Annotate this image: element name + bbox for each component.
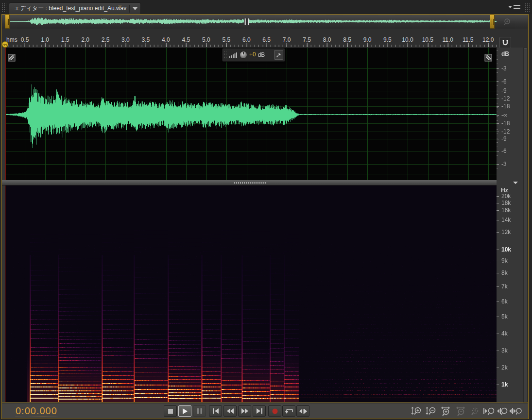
ruler-time-label: 9.0 xyxy=(360,36,375,43)
record-icon xyxy=(272,408,278,414)
overview-waveform-canvas[interactable] xyxy=(5,15,497,28)
skip-to-start-button[interactable] xyxy=(209,405,222,417)
spectral-canvas[interactable] xyxy=(5,185,497,402)
ruler-time-label: 12.0 xyxy=(481,36,496,43)
ruler-time-label: 5.0 xyxy=(198,36,214,43)
ruler-time-label: 1.0 xyxy=(37,36,53,43)
channel-selector-right-icon[interactable] xyxy=(484,54,492,62)
hud-drag-grip[interactable] xyxy=(224,51,227,59)
tab-separator xyxy=(129,5,130,13)
ruler-time-label: 4.5 xyxy=(178,36,194,43)
pin-icon xyxy=(276,52,281,58)
ruler-time-label: 2.0 xyxy=(78,36,93,43)
pause-button[interactable] xyxy=(193,405,206,417)
hz-unit-label: Hz xyxy=(501,187,508,194)
scale-tick-label: -6 xyxy=(501,79,507,84)
gain-unit: dB xyxy=(258,51,265,58)
scale-tick-label: -3 xyxy=(501,66,507,71)
audition-editor-panel: エディター : bleed_test_piano edit_Au.wav × h… xyxy=(0,0,532,420)
stop-icon xyxy=(168,409,173,414)
panel-drag-grip[interactable] xyxy=(1,3,6,12)
vertical-scrollbar-thumb[interactable] xyxy=(524,48,527,402)
ruler-time-label: 7.5 xyxy=(299,36,315,43)
zoom-in-time-button[interactable] xyxy=(440,406,452,417)
scale-tick-label: 18k xyxy=(501,200,511,206)
scale-tick-label: -3 xyxy=(501,161,507,167)
play-icon xyxy=(182,408,188,414)
scale-tick-label: -18 xyxy=(501,120,510,126)
ruler-time-label: 11.5 xyxy=(460,36,476,43)
scale-tick-label: 14k xyxy=(501,217,511,223)
loop-icon xyxy=(285,408,293,414)
zoom-out-amplitude-button[interactable] xyxy=(425,406,438,417)
fast-forward-button[interactable] xyxy=(238,405,251,417)
range-handle-right[interactable] xyxy=(490,15,495,29)
scale-tick-label: -18 xyxy=(501,103,510,109)
zoom-reset-icon xyxy=(470,406,481,416)
zoom-out-horizontal-icon xyxy=(455,406,467,416)
scale-tick-label: 8k xyxy=(501,270,508,276)
ruler-major-ticks xyxy=(2,43,498,47)
skip-selection-button[interactable] xyxy=(296,405,309,417)
rewind-button[interactable] xyxy=(223,405,237,417)
panel-corner-grip[interactable] xyxy=(525,3,530,12)
skip-end-icon xyxy=(257,408,262,414)
scale-tick-label: -6 xyxy=(501,148,507,154)
zoom-out-time-button[interactable] xyxy=(455,406,467,417)
hud-gain-control[interactable]: +0 dB xyxy=(222,48,285,62)
playhead-handle[interactable] xyxy=(2,41,8,48)
scale-tick-label: -12 xyxy=(501,129,510,134)
gain-value[interactable]: +0 xyxy=(249,51,256,58)
editor-tab-label: エディター : bleed_test_piano edit_Au.wav xyxy=(14,4,126,13)
pause-icon xyxy=(197,408,202,414)
hud-pin-button[interactable] xyxy=(274,50,283,60)
ruler-time-label: 6.5 xyxy=(259,36,275,43)
ruler-time-label: 7.0 xyxy=(279,36,294,43)
scale-tick-label: 9k xyxy=(501,258,508,264)
view-splitter[interactable] xyxy=(2,180,523,185)
chevron-down-icon[interactable] xyxy=(133,7,137,10)
scale-tick-label: 10k xyxy=(501,247,511,252)
rewind-icon xyxy=(227,408,234,414)
scale-tick-label: -∞ xyxy=(501,112,508,118)
volume-bars-icon xyxy=(229,51,238,58)
scale-tick-label: 12k xyxy=(501,229,511,235)
zoom-reset-button[interactable] xyxy=(469,406,481,417)
overview-range-bar[interactable] xyxy=(2,15,528,29)
ruler-time-label: 4.0 xyxy=(158,36,173,43)
zoom-out-vertical-icon xyxy=(426,406,437,416)
skip-start-icon xyxy=(213,408,219,414)
ruler-time-label: 3.0 xyxy=(118,36,133,43)
ruler-time-label: 1.5 xyxy=(57,36,73,43)
close-icon[interactable]: × xyxy=(118,3,122,10)
scale-tick-label: -9 xyxy=(501,136,507,142)
collapse-spectral-icon[interactable] xyxy=(513,182,518,184)
channel-selector-left-icon[interactable] xyxy=(8,54,16,62)
time-display[interactable]: 0:00.000 xyxy=(16,405,57,417)
skip-selection-icon xyxy=(299,408,307,414)
range-handle-left[interactable] xyxy=(5,15,10,29)
ruler-time-label: 8.0 xyxy=(319,36,335,43)
play-button[interactable] xyxy=(178,405,191,417)
ruler-time-label: 6.0 xyxy=(239,36,254,43)
zoom-in-point-icon xyxy=(483,406,496,416)
amplitude-scale[interactable]: -3-6-9-12-18-∞-18-12-9-6-320k18k16k14k12… xyxy=(497,0,523,420)
ruler-time-label: 9.5 xyxy=(379,36,395,43)
stop-button[interactable] xyxy=(164,405,177,417)
loop-playback-button[interactable] xyxy=(282,405,295,417)
ruler-time-label: 5.5 xyxy=(219,36,234,43)
scale-tick-label: 4k xyxy=(501,331,508,336)
skip-to-end-button[interactable] xyxy=(253,405,266,417)
waveform-canvas[interactable] xyxy=(5,48,497,180)
timeline-ruler[interactable]: hms 0.51.01.52.02.53.03.54.04.55.05.56.0… xyxy=(2,29,528,48)
record-button[interactable] xyxy=(268,405,281,417)
vertical-scrollbar[interactable] xyxy=(523,48,528,403)
gain-knob[interactable] xyxy=(240,51,247,59)
zoom-in-amplitude-button[interactable] xyxy=(411,406,423,417)
overview-position-marker[interactable] xyxy=(244,18,249,25)
scale-tick-label: 2k xyxy=(501,365,508,370)
zoom-to-in-point-button[interactable] xyxy=(483,406,496,417)
scale-tick-label: 7k xyxy=(501,284,508,289)
db-unit-label: dB xyxy=(501,50,509,57)
ruler-time-label: 2.5 xyxy=(98,36,113,43)
